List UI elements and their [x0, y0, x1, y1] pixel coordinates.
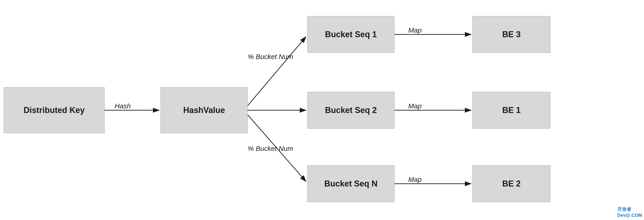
hashvalue-box: HashValue	[160, 87, 248, 133]
hash-label: Hash	[115, 102, 131, 110]
distributed-key-box: Distributed Key	[4, 87, 104, 133]
bucket-num-top-label: % Bucket Num	[248, 53, 293, 61]
map1-label: Map	[408, 27, 422, 34]
bucket1-label: Bucket Seq 1	[325, 30, 377, 39]
be2-box: BE 2	[472, 165, 550, 202]
be1-label: BE 1	[502, 105, 520, 115]
diagram-container: Distributed Key HashValue Bucket Seq 1 B…	[0, 0, 644, 220]
map2-label: Map	[408, 102, 422, 110]
svg-line-2	[248, 37, 306, 106]
watermark: 开发者 Dev@.COM	[618, 206, 642, 218]
be1-box: BE 1	[472, 92, 550, 129]
be3-box: BE 3	[472, 16, 550, 53]
bucketN-box: Bucket Seq N	[307, 165, 394, 202]
distributed-key-label: Distributed Key	[24, 105, 85, 115]
bucketN-label: Bucket Seq N	[324, 179, 378, 188]
bucket-num-bottom-label: % Bucket Num	[248, 145, 293, 152]
be3-label: BE 3	[502, 30, 520, 39]
bucket2-label: Bucket Seq 2	[325, 105, 377, 115]
be2-label: BE 2	[502, 179, 520, 188]
map3-label: Map	[408, 176, 422, 183]
bucket1-box: Bucket Seq 1	[307, 16, 394, 53]
bucket2-box: Bucket Seq 2	[307, 92, 394, 129]
hashvalue-label: HashValue	[183, 105, 225, 115]
